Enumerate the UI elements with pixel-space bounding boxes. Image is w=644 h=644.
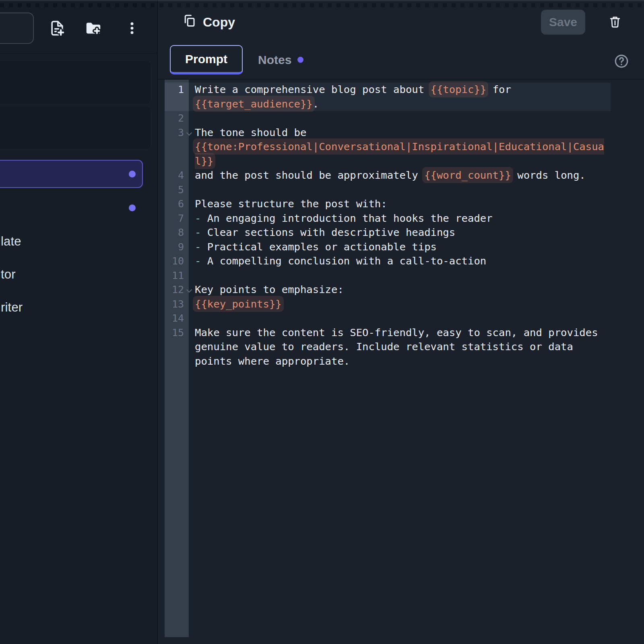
line-number: 6 — [165, 197, 189, 211]
help-icon — [613, 53, 630, 71]
code-text — [189, 311, 611, 326]
prompt-tree: late tor riter — [0, 160, 157, 324]
plain-text: . — [313, 98, 319, 110]
fold-chevron-icon[interactable] — [187, 131, 191, 135]
help-button[interactable] — [613, 53, 630, 70]
line-number: 9 — [165, 240, 189, 254]
line-number: 3 — [165, 126, 189, 169]
editor-line[interactable]: 1Write a comprehensive blog post about {… — [165, 83, 644, 111]
code-text: Make sure the content is SEO-friendly, e… — [189, 326, 611, 369]
sidebar-folder-list — [0, 54, 157, 150]
line-number: 4 — [165, 168, 189, 183]
editor-line[interactable]: 7- An engaging introduction that hooks t… — [165, 211, 644, 226]
code-text — [189, 183, 611, 197]
trash-icon — [608, 15, 622, 30]
app-window: late tor riter Copy Save — [0, 0, 644, 644]
folder-card[interactable] — [0, 60, 151, 104]
tab-bar: Prompt Notes — [158, 44, 644, 80]
editor-line[interactable]: 12Key points to emphasize: — [165, 283, 644, 297]
plain-text: Key points to emphasize: — [195, 283, 344, 295]
editor-line[interactable]: 13{{key_points}} — [165, 297, 644, 312]
tree-item-label[interactable]: riter — [0, 291, 157, 324]
editor-line[interactable]: 14 — [165, 311, 644, 326]
tab-prompt-label: Prompt — [185, 52, 227, 66]
copy-label: Copy — [203, 15, 235, 30]
tree-item-label[interactable]: late — [0, 225, 157, 258]
delete-button[interactable] — [606, 13, 624, 31]
tree-item-selected[interactable] — [0, 160, 143, 188]
template-variable: {{topic}} — [431, 83, 487, 95]
code-text — [189, 111, 611, 126]
new-folder-button[interactable] — [83, 18, 104, 39]
line-number: 8 — [165, 225, 189, 240]
code-text: Key points to emphasize: — [189, 283, 611, 297]
copy-button[interactable]: Copy — [182, 13, 235, 31]
line-number: 11 — [165, 268, 189, 283]
plain-text: for — [486, 83, 517, 95]
sidebar-toolbar — [0, 0, 157, 54]
code-text: - Practical examples or actionable tips — [189, 240, 611, 254]
template-variable: {{target_audience}} — [195, 98, 313, 110]
plain-text: Make sure the content is SEO-friendly, e… — [195, 326, 604, 367]
sidebar: late tor riter — [0, 0, 158, 644]
tab-prompt[interactable]: Prompt — [170, 45, 243, 74]
code-text: - A compelling conclusion with a call-to… — [189, 254, 611, 268]
editor-line[interactable]: 10- A compelling conclusion with a call-… — [165, 254, 644, 268]
code-text: - Clear sections with descriptive headin… — [189, 225, 611, 240]
more-options-button[interactable] — [122, 18, 142, 39]
plain-text: Clear sections with descriptive headings — [201, 226, 455, 238]
tree-item-label[interactable]: tor — [0, 258, 157, 291]
list-marker: - — [195, 241, 201, 253]
code-text: {{key_points}} — [189, 297, 611, 312]
plain-text: Write a comprehensive blog post about — [195, 83, 431, 95]
line-number: 14 — [165, 311, 189, 326]
editor-line[interactable]: 15Make sure the content is SEO-friendly,… — [165, 326, 644, 369]
fold-chevron-icon[interactable] — [187, 288, 191, 292]
unsaved-dot — [129, 171, 136, 178]
main-panel: Copy Save Prompt Notes — [158, 0, 644, 644]
code-text: and the post should be approximately {{w… — [189, 168, 611, 183]
editor-line[interactable]: 5 — [165, 183, 644, 197]
line-number: 2 — [165, 111, 189, 126]
tree-item-labels: late tor riter — [0, 225, 157, 324]
folder-card[interactable] — [0, 106, 151, 150]
tree-item[interactable] — [0, 194, 143, 222]
line-number: 5 — [165, 183, 189, 197]
new-file-button[interactable] — [47, 18, 68, 39]
tab-notes-label: Notes — [258, 53, 291, 67]
prompt-code-editor[interactable]: 1Write a comprehensive blog post about {… — [165, 80, 644, 644]
editor-line[interactable]: 6Please structure the post with: — [165, 197, 644, 211]
list-marker: - — [195, 212, 201, 224]
plain-text: A compelling conclusion with a call-to-a… — [201, 255, 486, 267]
list-marker: - — [195, 226, 201, 238]
copy-icon — [182, 13, 196, 31]
line-number: 13 — [165, 297, 189, 312]
plain-text: An engaging introduction that hooks the … — [201, 212, 492, 224]
line-number: 10 — [165, 254, 189, 268]
new-folder-icon — [84, 19, 103, 37]
code-text: The tone should be {{tone:Professional|C… — [189, 126, 611, 169]
plain-text: and the post should be approximately — [195, 169, 424, 181]
main-header: Copy Save — [158, 0, 644, 44]
plain-text: Practical examples or actionable tips — [201, 241, 437, 253]
editor-line[interactable]: 8- Clear sections with descriptive headi… — [165, 225, 644, 240]
code-text — [189, 268, 611, 283]
search-input[interactable] — [0, 12, 34, 44]
new-file-icon — [48, 19, 66, 37]
editor-line[interactable]: 4and the post should be approximately {{… — [165, 168, 644, 183]
editor-line[interactable]: 9- Practical examples or actionable tips — [165, 240, 644, 254]
code-text: Please structure the post with: — [189, 197, 611, 211]
save-button[interactable]: Save — [541, 10, 585, 35]
template-variable: {{word_count}} — [424, 169, 511, 181]
tab-notes[interactable]: Notes — [243, 45, 319, 74]
editor-line[interactable]: 2 — [165, 111, 644, 126]
editor-line[interactable]: 3The tone should be {{tone:Professional|… — [165, 126, 644, 169]
kebab-menu-icon — [124, 20, 140, 36]
plain-text: Please structure the post with: — [195, 198, 387, 210]
editor-lines: 1Write a comprehensive blog post about {… — [165, 80, 644, 368]
line-number: 1 — [165, 83, 189, 111]
list-marker: - — [195, 255, 201, 267]
line-number: 12 — [165, 283, 189, 297]
plain-text: words long. — [511, 169, 586, 181]
editor-line[interactable]: 11 — [165, 268, 644, 283]
